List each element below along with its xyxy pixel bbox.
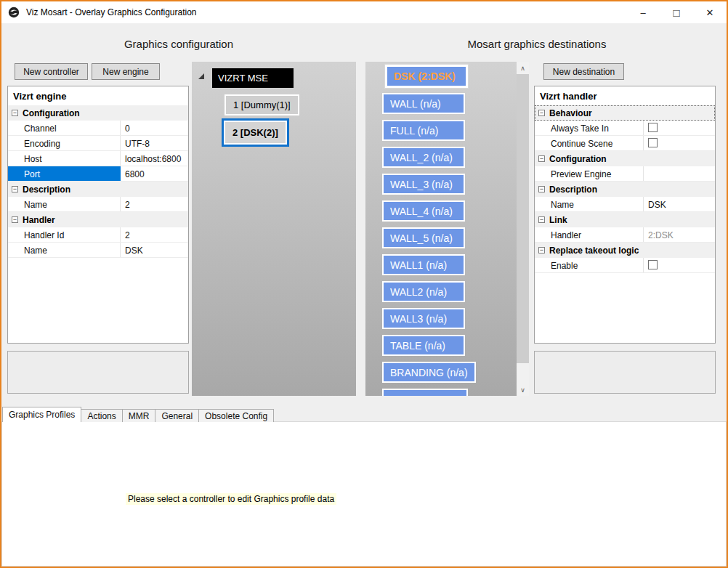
property-group-label: Configuration	[23, 108, 80, 118]
scroll-up-icon[interactable]: ∧	[517, 62, 529, 74]
handler-help-panel	[534, 351, 716, 394]
property-value[interactable]: 2	[121, 227, 188, 242]
destinations-panel: DSK (2:DSK)WALL (n/a)FULL (n/a)WALL_2 (n…	[365, 62, 529, 396]
destination-button-dsk-2-dsk[interactable]: DSK (2:DSK)	[385, 65, 468, 88]
collapse-icon[interactable]: −	[538, 186, 545, 192]
destination-button-wall-3-n-a[interactable]: WALL_3 (n/a)	[382, 174, 465, 195]
tree-root-vizrt-mse[interactable]: VIZRT MSE	[212, 68, 294, 88]
collapse-icon[interactable]: −	[538, 110, 545, 116]
destination-button-wall-2-n-a[interactable]: WALL_2 (n/a)	[382, 147, 465, 168]
destination-button-full-n-a[interactable]: FULL (n/a)	[382, 120, 465, 141]
property-row-name[interactable]: NameDSK	[8, 243, 188, 258]
tree-node-2-dsk-2[interactable]: 2 [DSK(2)]	[224, 121, 287, 145]
property-value[interactable]: 6800	[121, 166, 188, 181]
property-group-behaviour[interactable]: −Behaviour	[535, 105, 715, 121]
engine-grid-rows: −ConfigurationChannel0EncodingUTF-8Hostl…	[8, 105, 188, 258]
property-group-configuration[interactable]: −Configuration	[8, 105, 188, 121]
property-value[interactable]: 2:DSK	[644, 227, 715, 242]
new-controller-button[interactable]: New controller	[15, 63, 88, 80]
property-value[interactable]	[644, 166, 715, 181]
destination-button-wall1-n-a[interactable]: WALL1 (n/a)	[382, 254, 465, 275]
bottom-tab-strip: Graphics ProfilesActionsMMRGeneralObsole…	[2, 407, 273, 422]
maximize-button[interactable]: □	[660, 1, 693, 23]
tab-graphics-profiles[interactable]: Graphics Profiles	[2, 407, 81, 422]
property-group-label: Link	[549, 215, 567, 225]
new-destination-button[interactable]: New destination	[543, 63, 624, 80]
property-value[interactable]: UTF-8	[121, 136, 188, 150]
destination-button-partial[interactable]	[382, 389, 468, 396]
property-row-encoding[interactable]: EncodingUTF-8	[8, 136, 188, 151]
property-group-handler[interactable]: −Handler	[8, 212, 188, 227]
mosart-destinations-header: Mosart graphics destinations	[360, 38, 714, 50]
destination-button-wall-5-n-a[interactable]: WALL_5 (n/a)	[382, 227, 465, 248]
minimize-button[interactable]: –	[626, 1, 660, 23]
property-row-name[interactable]: NameDSK	[535, 197, 715, 212]
property-value[interactable]: localhost:6800	[121, 151, 188, 166]
property-row-continue-scene[interactable]: Continue Scene	[535, 136, 715, 151]
property-row-preview-engine[interactable]: Preview Engine	[535, 166, 715, 182]
property-group-description[interactable]: −Description	[535, 182, 715, 197]
window-title: Viz Mosart - Overlay Graphics Configurat…	[26, 7, 626, 17]
collapse-icon[interactable]: −	[538, 155, 545, 162]
tab-mmr[interactable]: MMR	[122, 409, 156, 422]
property-group-label: Behaviour	[549, 108, 592, 118]
collapse-icon[interactable]: −	[12, 110, 18, 116]
tab-obsolete-config[interactable]: Obsolete Config	[198, 409, 274, 422]
property-group-label: Description	[549, 184, 597, 195]
tree-node-1-dummy-1[interactable]: 1 [Dummy(1)]	[225, 94, 299, 115]
property-row-channel[interactable]: Channel0	[8, 121, 188, 136]
engine-help-panel	[7, 351, 189, 394]
destination-button-wall2-n-a[interactable]: WALL2 (n/a)	[382, 281, 465, 302]
property-row-port[interactable]: Port6800	[8, 166, 188, 182]
checkbox-enable[interactable]	[648, 260, 658, 269]
destination-button-wall-4-n-a[interactable]: WALL_4 (n/a)	[382, 200, 465, 222]
destination-button-wall3-n-a[interactable]: WALL3 (n/a)	[382, 308, 465, 329]
handler-grid-title: Vizrt handler	[535, 86, 715, 105]
property-name: Always Take In	[535, 121, 644, 135]
viz-mosart-logo-icon	[8, 7, 20, 18]
destination-button-table-n-a[interactable]: TABLE (n/a)	[382, 335, 465, 356]
collapse-icon[interactable]: −	[538, 247, 545, 253]
property-name: Preview Engine	[535, 166, 644, 181]
property-value[interactable]: DSK	[644, 197, 715, 211]
property-name: Host	[8, 151, 121, 166]
handler-grid-rows: −BehaviourAlways Take InContinue Scene−C…	[535, 105, 715, 273]
destination-button-wall-n-a[interactable]: WALL (n/a)	[382, 93, 465, 114]
property-value[interactable]: DSK	[121, 243, 188, 257]
scrollbar-thumb[interactable]	[517, 74, 529, 363]
new-engine-button[interactable]: New engine	[92, 63, 160, 80]
property-group-description[interactable]: −Description	[8, 182, 188, 197]
property-group-link[interactable]: −Link	[535, 212, 715, 227]
property-value[interactable]	[644, 136, 715, 150]
property-name: Enable	[535, 258, 644, 272]
property-row-handler-id[interactable]: Handler Id2	[8, 227, 188, 243]
property-row-host[interactable]: Hostlocalhost:6800	[8, 151, 188, 166]
property-value[interactable]: 2	[121, 197, 188, 211]
property-name: Encoding	[8, 136, 121, 150]
tab-actions[interactable]: Actions	[81, 409, 122, 422]
property-row-enable[interactable]: Enable	[535, 258, 715, 273]
property-value[interactable]	[644, 258, 715, 272]
property-value[interactable]: 0	[121, 121, 188, 135]
destination-button-branding-n-a[interactable]: BRANDING (n/a)	[382, 362, 476, 383]
checkbox-always-take-in[interactable]	[648, 123, 658, 132]
checkbox-continue-scene[interactable]	[648, 138, 658, 147]
property-name: Port	[8, 166, 121, 181]
property-name: Handler	[535, 227, 644, 242]
tree-expander-icon[interactable]	[198, 73, 204, 79]
vizrt-engine-property-grid: Vizrt engine −ConfigurationChannel0Encod…	[7, 86, 189, 344]
property-group-configuration[interactable]: −Configuration	[535, 151, 715, 166]
close-button[interactable]: ✕	[693, 1, 727, 23]
property-row-name[interactable]: Name2	[8, 197, 188, 212]
tab-general[interactable]: General	[155, 409, 199, 422]
property-group-replace-takeout-logic[interactable]: −Replace takeout logic	[535, 243, 715, 258]
property-row-handler[interactable]: Handler2:DSK	[535, 227, 715, 243]
collapse-icon[interactable]: −	[12, 186, 18, 192]
vizrt-handler-property-grid: Vizrt handler −BehaviourAlways Take InCo…	[534, 86, 716, 344]
destinations-scrollbar[interactable]: ∧ ∨	[517, 62, 529, 396]
scroll-down-icon[interactable]: ∨	[517, 384, 529, 396]
collapse-icon[interactable]: −	[538, 216, 545, 223]
property-row-always-take-in[interactable]: Always Take In	[535, 121, 715, 136]
property-value[interactable]	[644, 121, 715, 135]
collapse-icon[interactable]: −	[12, 216, 18, 223]
